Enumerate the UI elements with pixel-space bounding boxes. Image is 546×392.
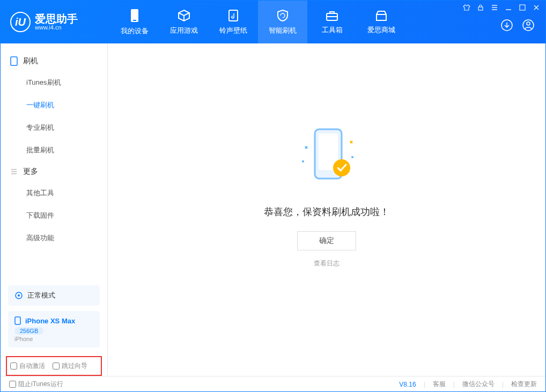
svg-rect-10 [11, 57, 17, 65]
support-link[interactable]: 客服 [433, 380, 446, 389]
success-message: 恭喜您，保资料刷机成功啦！ [264, 205, 389, 218]
device-name: iPhone XS Max [14, 316, 93, 325]
nav-tab-flash[interactable]: 智能刷机 [258, 1, 307, 43]
shield-refresh-icon [276, 9, 290, 23]
user-icon[interactable] [522, 19, 535, 34]
nav-tab-ringtones[interactable]: 铃声壁纸 [209, 1, 258, 43]
header-actions [500, 19, 535, 34]
sidebar-section-flash: 刷机 [1, 51, 107, 71]
checkbox-auto-activate[interactable]: 自动激活 [10, 361, 45, 371]
options-row: 自动激活 跳过向导 [6, 356, 102, 376]
sidebar-section-more: 更多 [1, 161, 107, 182]
app-url: www.i4.cn [35, 24, 78, 31]
confirm-button[interactable]: 确定 [297, 231, 356, 250]
nav-tab-device[interactable]: 我的设备 [110, 1, 159, 43]
mode-icon [14, 291, 23, 300]
sidebar-item-download-firmware[interactable]: 下载固件 [1, 204, 107, 227]
device-phone-icon [14, 316, 21, 325]
nav-tab-store[interactable]: 爱思商城 [357, 1, 406, 43]
sidebar: 刷机 iTunes刷机 一键刷机 专业刷机 批量刷机 更多 其他工具 下载固件 … [1, 43, 108, 376]
sidebar-item-pro-flash[interactable]: 专业刷机 [1, 116, 107, 139]
logo-area: iU 爱思助手 www.i4.cn [1, 12, 108, 32]
minimize-icon[interactable] [505, 4, 512, 11]
device-capacity: 256GB [14, 327, 43, 335]
window-controls [463, 4, 540, 11]
sidebar-item-oneclick-flash[interactable]: 一键刷机 [1, 94, 107, 116]
wechat-link[interactable]: 微信公众号 [462, 380, 495, 389]
svg-rect-13 [15, 317, 20, 324]
app-name: 爱思助手 [35, 13, 78, 24]
nav-tab-apps[interactable]: 应用游戏 [159, 1, 209, 43]
view-log-link[interactable]: 查看日志 [314, 259, 340, 268]
phone-icon [129, 8, 141, 23]
menu-icon[interactable] [491, 4, 498, 11]
svg-point-16 [333, 159, 350, 176]
main-area: 刷机 iTunes刷机 一键刷机 专业刷机 批量刷机 更多 其他工具 下载固件 … [1, 43, 545, 376]
download-icon[interactable] [500, 19, 513, 34]
toolbox-icon [325, 9, 339, 22]
sidebar-item-itunes-flash[interactable]: iTunes刷机 [1, 71, 107, 94]
svg-rect-2 [229, 10, 238, 21]
shirt-icon[interactable] [463, 4, 470, 11]
lock-icon[interactable] [477, 4, 484, 11]
svg-point-17 [302, 160, 304, 162]
checkbox-skip-wizard[interactable]: 跳过向导 [53, 361, 87, 371]
version-label[interactable]: V8.16 [399, 381, 416, 388]
checkbox-block-itunes[interactable]: 阻止iTunes运行 [9, 380, 63, 389]
svg-rect-4 [377, 14, 386, 20]
app-header: iU 爱思助手 www.i4.cn 我的设备 应用游戏 铃声壁纸 智能刷机 工具… [1, 1, 545, 43]
content-area: 恭喜您，保资料刷机成功啦！ 确定 查看日志 [108, 43, 545, 376]
footer: 阻止iTunes运行 V8.16 | 客服 | 微信公众号 | 检查更新 [1, 376, 545, 392]
device-type: iPhone [14, 336, 93, 342]
svg-rect-1 [133, 20, 136, 21]
list-icon [10, 168, 18, 175]
cube-icon [177, 9, 191, 23]
svg-rect-8 [478, 7, 483, 10]
svg-rect-9 [520, 5, 525, 10]
close-icon[interactable] [533, 4, 540, 11]
maximize-icon[interactable] [519, 4, 526, 11]
device-info-box[interactable]: iPhone XS Max 256GB iPhone [8, 311, 100, 347]
store-icon [374, 9, 388, 22]
music-file-icon [227, 9, 240, 23]
sidebar-item-batch-flash[interactable]: 批量刷机 [1, 139, 107, 161]
svg-point-7 [527, 22, 530, 25]
nav-tabs: 我的设备 应用游戏 铃声壁纸 智能刷机 工具箱 爱思商城 [110, 1, 406, 43]
phone-outline-icon [10, 56, 18, 66]
nav-tab-toolbox[interactable]: 工具箱 [307, 1, 357, 43]
svg-point-18 [351, 156, 353, 158]
sidebar-item-advanced[interactable]: 高级功能 [1, 227, 107, 249]
svg-point-12 [18, 294, 20, 297]
sidebar-item-other-tools[interactable]: 其他工具 [1, 182, 107, 204]
app-logo-icon: iU [10, 12, 31, 32]
check-update-link[interactable]: 检查更新 [511, 380, 537, 389]
device-mode-box[interactable]: 正常模式 [8, 285, 100, 306]
success-illustration [289, 120, 364, 195]
